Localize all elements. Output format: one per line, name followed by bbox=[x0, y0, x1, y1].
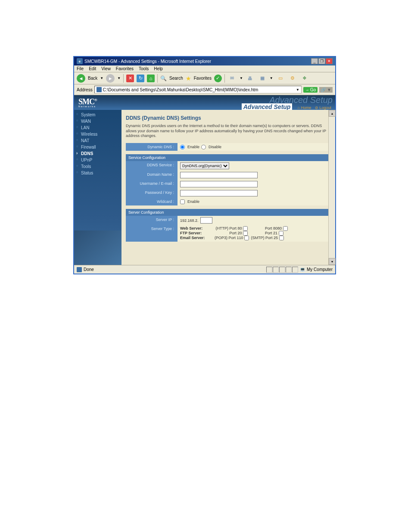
refresh-button[interactable]: ↻ bbox=[137, 75, 144, 82]
mail-dropdown[interactable]: ▼ bbox=[240, 76, 243, 80]
sidebar-item-wan[interactable]: WAN bbox=[74, 118, 121, 124]
menu-edit[interactable]: Edit bbox=[89, 66, 96, 71]
scroll-up-button[interactable]: ▴ bbox=[329, 110, 336, 117]
server-config-header: Server Configuration bbox=[126, 209, 331, 216]
sidebar-item-status[interactable]: Status bbox=[74, 170, 121, 176]
separator bbox=[123, 74, 124, 83]
home-button[interactable]: ⌂ bbox=[147, 75, 155, 82]
menu-help[interactable]: Help bbox=[154, 66, 163, 71]
ddns-disable-radio[interactable] bbox=[201, 145, 206, 149]
port80-checkbox[interactable] bbox=[243, 226, 248, 231]
port8080-label: Port 8080 bbox=[265, 226, 282, 230]
back-button[interactable]: ◄ bbox=[77, 74, 85, 83]
banner-ghost-text: Advanced Setup bbox=[242, 95, 333, 105]
vertical-scrollbar[interactable]: ▴ ▾ bbox=[328, 110, 335, 265]
ddns-service-select[interactable]: DynDNS.org(Dynamic) bbox=[180, 162, 229, 169]
address-label: Address bbox=[77, 87, 93, 92]
sidebar-decorative-image bbox=[74, 230, 121, 265]
menu-favorites[interactable]: Favorites bbox=[116, 66, 134, 71]
disable-label: Disable bbox=[209, 145, 221, 149]
server-ip-label: Server IP : bbox=[126, 216, 177, 225]
sidebar: System WAN LAN Wireless NAT Firewall DDN… bbox=[74, 110, 121, 265]
smc-logo: SMC® bbox=[78, 97, 97, 106]
page-description: Dynamic DNS provides users on the Intern… bbox=[126, 124, 331, 139]
enable-label: Enable bbox=[187, 145, 199, 149]
tool-button-3[interactable]: ❖ bbox=[300, 74, 309, 83]
address-dropdown[interactable]: ▼ bbox=[296, 88, 299, 92]
address-input[interactable]: C:\Documents and Settings\Zsolt.Mahunka\… bbox=[94, 86, 302, 93]
wildcard-checkbox[interactable] bbox=[180, 199, 185, 204]
menubar: File Edit View Favorites Tools Help bbox=[74, 65, 335, 72]
wildcard-enable-label: Enable bbox=[187, 199, 199, 204]
server-type-label: Server Type : bbox=[126, 225, 177, 242]
search-button[interactable]: Search bbox=[169, 76, 183, 81]
tool-button-2[interactable]: ⚙ bbox=[288, 74, 297, 83]
address-value: C:\Documents and Settings\Zsolt.Mahunka\… bbox=[103, 87, 258, 92]
sidebar-item-system[interactable]: System bbox=[74, 112, 121, 118]
port20-checkbox[interactable] bbox=[243, 231, 248, 236]
ddns-enable-radio[interactable] bbox=[180, 145, 185, 149]
server-ip-input[interactable] bbox=[200, 217, 212, 224]
scroll-down-button[interactable]: ▾ bbox=[329, 258, 336, 265]
history-button[interactable]: ✓ bbox=[214, 75, 222, 82]
sidebar-item-nat[interactable]: NAT bbox=[74, 137, 121, 144]
menu-tools[interactable]: Tools bbox=[139, 66, 149, 71]
back-label[interactable]: Back bbox=[88, 76, 97, 81]
close-button[interactable]: ✕ bbox=[326, 58, 333, 64]
password-input[interactable] bbox=[180, 190, 258, 196]
computer-icon: 💻 bbox=[300, 267, 305, 272]
menu-view[interactable]: View bbox=[101, 66, 111, 71]
search-icon: 🔍 bbox=[160, 75, 167, 81]
port25-checkbox[interactable] bbox=[279, 236, 284, 240]
edit-button[interactable]: ▦ bbox=[258, 74, 267, 83]
port110-checkbox[interactable] bbox=[244, 236, 249, 240]
logout-link[interactable]: ⊘ Logout bbox=[315, 106, 331, 110]
home-link[interactable]: ⌂ Home bbox=[297, 106, 311, 110]
main-content: DDNS (Dynamic DNS) Settings Dynamic DNS … bbox=[121, 110, 335, 265]
mail-button[interactable]: ✉ bbox=[227, 74, 237, 83]
branding-banner: SMC® Networks Advanced Setup Advanced Se… bbox=[74, 95, 335, 110]
sidebar-item-lan[interactable]: LAN bbox=[74, 124, 121, 131]
status-text: Done bbox=[84, 267, 94, 272]
edit-dropdown[interactable]: ▼ bbox=[270, 76, 273, 80]
wildcard-label: Wildcard : bbox=[126, 198, 177, 205]
password-label: Password / Key : bbox=[126, 189, 177, 198]
smc-sublogo: Networks bbox=[78, 105, 97, 108]
port25-label: Port 25 bbox=[265, 236, 278, 240]
domain-name-input[interactable] bbox=[180, 172, 258, 178]
links-button[interactable]: 🔗 ▼ bbox=[319, 87, 333, 93]
web-server-label: Web Server: bbox=[180, 226, 215, 230]
http-proto-label: (HTTP) bbox=[216, 226, 229, 230]
browser-window: e SMCWBR14-GM - Advanced Settings - Micr… bbox=[73, 56, 336, 274]
minimize-button[interactable]: _ bbox=[311, 58, 318, 64]
username-label: Username / E-mail : bbox=[126, 180, 177, 189]
stop-button[interactable]: ✕ bbox=[126, 75, 134, 82]
toolbar: ◄ Back ▼ ► ▼ ✕ ↻ ⌂ 🔍 Search ★ Favorites … bbox=[74, 72, 335, 84]
sidebar-item-wireless[interactable]: Wireless bbox=[74, 131, 121, 137]
port8080-checkbox[interactable] bbox=[283, 226, 288, 231]
port20-label: Port 20 bbox=[230, 231, 242, 235]
separator bbox=[224, 74, 225, 83]
forward-button[interactable]: ► bbox=[106, 74, 115, 83]
username-input[interactable] bbox=[180, 181, 258, 187]
sidebar-item-tools[interactable]: Tools bbox=[74, 163, 121, 170]
content-area: System WAN LAN Wireless NAT Firewall DDN… bbox=[74, 110, 335, 265]
status-panes bbox=[266, 267, 298, 273]
separator bbox=[157, 74, 158, 83]
favorites-button[interactable]: Favorites bbox=[194, 76, 212, 81]
statusbar: Done 💻 My Computer bbox=[74, 265, 335, 274]
forward-dropdown[interactable]: ▼ bbox=[117, 76, 121, 80]
go-button[interactable]: → Go bbox=[303, 87, 318, 93]
back-dropdown[interactable]: ▼ bbox=[100, 76, 103, 80]
sidebar-item-upnp[interactable]: UPnP bbox=[74, 157, 121, 163]
page-icon bbox=[97, 87, 102, 92]
tool-button-1[interactable]: ▭ bbox=[276, 74, 285, 83]
port21-checkbox[interactable] bbox=[279, 231, 283, 236]
email-server-label: Email Server: bbox=[180, 236, 215, 240]
maximize-button[interactable]: ❐ bbox=[318, 58, 325, 64]
port80-label: Port 80 bbox=[230, 226, 242, 230]
sidebar-item-firewall[interactable]: Firewall bbox=[74, 144, 121, 150]
sidebar-item-ddns[interactable]: DDNS bbox=[74, 150, 121, 157]
menu-file[interactable]: File bbox=[77, 66, 84, 71]
print-button[interactable]: 🖶 bbox=[246, 74, 255, 83]
